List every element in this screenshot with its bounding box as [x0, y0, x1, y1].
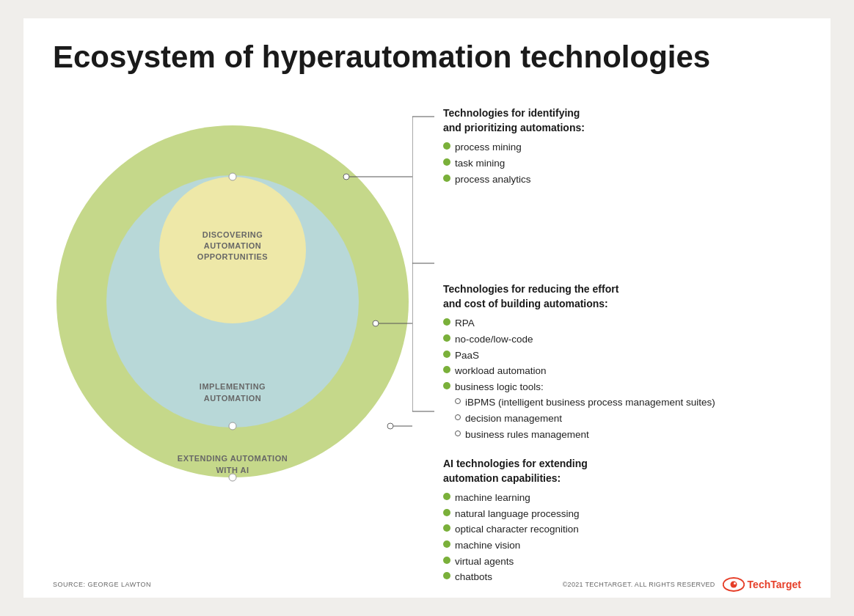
outer-label-2: WITH AI	[216, 466, 249, 474]
sub-bullet-icon	[455, 414, 461, 420]
dot-line-1	[343, 174, 349, 180]
section-identifying: Technologies for identifyingand prioriti…	[443, 106, 801, 187]
dot-line-2	[373, 320, 379, 326]
footer-right: ©2021 TECHTARGET. ALL RIGHTS RESERVED Te…	[563, 577, 801, 592]
bullet-icon	[443, 334, 450, 342]
item-text: process mining	[455, 139, 522, 155]
list-item: process mining	[443, 139, 801, 155]
sub-bullet-icon	[455, 430, 461, 436]
item-text: task mining	[455, 155, 505, 172]
reducing-heading: Technologies for reducing the effortand …	[443, 282, 801, 311]
bullet-icon	[443, 142, 450, 150]
dot-inner-top	[229, 173, 236, 180]
brand-name: TechTarget	[748, 579, 801, 590]
main-card: Ecosystem of hyperautomation technologie…	[23, 18, 831, 598]
bullet-icon	[443, 158, 450, 166]
footer: SOURCE: GEORGE LAWTON ©2021 TECHTARGET. …	[53, 577, 801, 592]
bullet-icon	[443, 318, 450, 326]
list-item: workload automation	[443, 363, 801, 379]
item-text: business logic tools:	[455, 379, 544, 395]
item-text: no-code/low-code	[455, 331, 533, 348]
circles-container: DISCOVERING AUTOMATION OPPORTUNITIES IMP…	[53, 103, 412, 514]
list-item: process analytics	[443, 172, 801, 188]
footer-source: SOURCE: GEORGE LAWTON	[53, 581, 151, 588]
sub-item-text: business rules management	[465, 427, 589, 443]
bullet-icon	[443, 524, 450, 532]
item-text: machine vision	[455, 538, 520, 554]
inner-label-2: AUTOMATION	[204, 241, 262, 250]
diagram-wrapper: DISCOVERING AUTOMATION OPPORTUNITIES IMP…	[53, 96, 801, 598]
item-text: optical character recognition	[455, 521, 579, 538]
inner-label-1: DISCOVERING	[202, 230, 263, 239]
sub-list: iBPMS (intelligent business process mana…	[455, 395, 801, 442]
right-panel: Technologies for identifyingand prioriti…	[412, 96, 801, 598]
sub-bullet-icon	[455, 398, 461, 404]
extending-list: machine learning natural language proces…	[443, 490, 801, 585]
section-reducing: Technologies for reducing the effortand …	[443, 282, 801, 442]
list-item: RPA	[443, 315, 801, 331]
techtarget-brand-text: TechTarget	[748, 579, 801, 590]
bullet-icon	[443, 351, 450, 358]
item-text: RPA	[455, 315, 475, 331]
list-item: business logic tools:	[443, 379, 801, 395]
list-item: natural language processing	[443, 506, 801, 522]
identifying-heading: Technologies for identifyingand prioriti…	[443, 106, 801, 135]
svg-point-7	[734, 582, 736, 584]
list-item: task mining	[443, 155, 801, 172]
bullet-icon	[443, 493, 450, 500]
identifying-list: process mining task mining process analy…	[443, 139, 801, 187]
extending-heading: AI technologies for extendingautomation …	[443, 457, 801, 485]
dot-outer	[229, 474, 236, 481]
sub-list-item: business rules management	[455, 427, 801, 443]
footer-copyright: ©2021 TECHTARGET. ALL RIGHTS RESERVED	[563, 581, 715, 588]
sub-item-text: decision management	[465, 411, 562, 427]
inner-label-3: OPPORTUNITIES	[197, 252, 268, 261]
list-item: virtual agents	[443, 554, 801, 570]
techtarget-logo: TechTarget	[723, 577, 801, 592]
eye-logo-icon	[723, 577, 745, 592]
reducing-list: RPA no-code/low-code PaaS workload	[443, 315, 801, 442]
dot-line-3	[387, 423, 393, 429]
list-item: no-code/low-code	[443, 331, 801, 348]
bullet-icon	[443, 509, 450, 516]
list-item: PaaS	[443, 348, 801, 364]
right-content: Technologies for identifyingand prioriti…	[420, 106, 801, 585]
item-text: workload automation	[455, 363, 547, 379]
item-text: natural language processing	[455, 506, 580, 522]
item-text: machine learning	[455, 490, 530, 506]
sub-list-item: decision management	[455, 411, 801, 427]
bullet-icon	[443, 382, 450, 389]
inner-circle	[159, 177, 306, 323]
section-extending: AI technologies for extendingautomation …	[443, 457, 801, 585]
mid-label-2: AUTOMATION	[204, 394, 262, 403]
list-item: optical character recognition	[443, 521, 801, 538]
list-item: machine vision	[443, 538, 801, 554]
sub-item-text: iBPMS (intelligent business process mana…	[465, 395, 715, 411]
item-text: PaaS	[455, 348, 479, 364]
diagram-svg: DISCOVERING AUTOMATION OPPORTUNITIES IMP…	[53, 103, 412, 514]
outer-label-1: EXTENDING AUTOMATION	[178, 454, 288, 463]
list-item: machine learning	[443, 490, 801, 506]
bullet-icon	[443, 366, 450, 373]
item-text: virtual agents	[455, 554, 514, 570]
svg-point-6	[730, 582, 737, 588]
bullet-icon	[443, 540, 450, 548]
dot-mid	[229, 422, 236, 430]
mid-label-1: IMPLEMENTING	[200, 382, 266, 391]
item-text: process analytics	[455, 172, 531, 188]
bullet-icon	[443, 557, 450, 564]
page-title: Ecosystem of hyperautomation technologie…	[53, 40, 801, 74]
bullet-icon	[443, 175, 450, 182]
sub-list-item: iBPMS (intelligent business process mana…	[455, 395, 801, 411]
